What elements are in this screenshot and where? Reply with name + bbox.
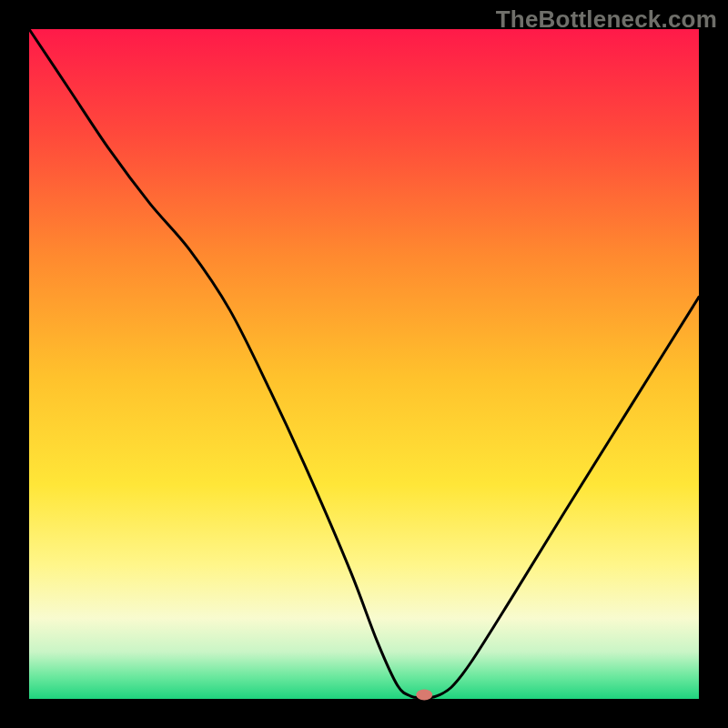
watermark-text: TheBottleneck.com: [496, 5, 717, 34]
plot-area: [29, 29, 699, 701]
optimal-point-marker: [416, 690, 432, 701]
plot-background: [29, 29, 699, 699]
chart-svg: [0, 0, 728, 728]
chart-container: TheBottleneck.com: [0, 0, 728, 728]
